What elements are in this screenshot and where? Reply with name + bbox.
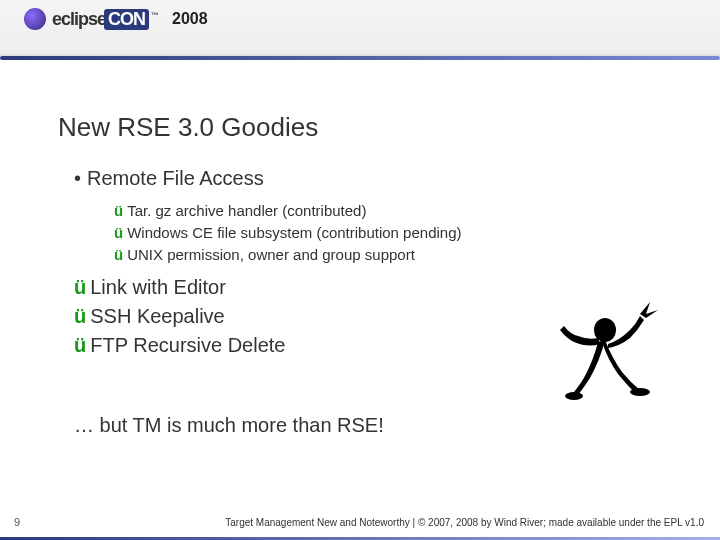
footer-text: Target Management New and Noteworthy | ©…	[225, 517, 704, 528]
page-number: 9	[14, 516, 20, 528]
sub-item-text: Tar. gz archive handler (contributed)	[127, 202, 366, 219]
feature-text: Link with Editor	[90, 276, 226, 298]
feature-text: SSH Keepalive	[90, 305, 225, 327]
logo-text: eclipseCON™	[52, 9, 158, 30]
logo-year: 2008	[172, 10, 208, 28]
eclipse-orb-icon	[24, 8, 46, 30]
sub-item: üTar. gz archive handler (contributed)	[114, 200, 688, 222]
stick-figure-icon	[550, 300, 660, 420]
logo-suffix: CON	[104, 9, 149, 30]
slide-title: New RSE 3.0 Goodies	[58, 112, 688, 143]
bullet-icon: •	[74, 167, 81, 189]
check-icon: ü	[74, 305, 86, 327]
check-icon: ü	[74, 276, 86, 298]
sub-item: üWindows CE file subsystem (contribution…	[114, 222, 688, 244]
sub-item: üUNIX permission, owner and group suppor…	[114, 244, 688, 266]
trademark-symbol: ™	[151, 11, 158, 20]
svg-point-1	[630, 388, 650, 396]
check-icon: ü	[114, 202, 123, 219]
feature-text: FTP Recursive Delete	[90, 334, 285, 356]
slide-header: eclipseCON™ 2008	[0, 0, 720, 56]
feature-item: üLink with Editor	[74, 273, 688, 302]
section-heading: •Remote File Access	[74, 167, 688, 190]
sub-item-text: Windows CE file subsystem (contribution …	[127, 224, 461, 241]
sub-item-text: UNIX permission, owner and group support	[127, 246, 415, 263]
check-icon: ü	[114, 246, 123, 263]
logo-prefix: eclipse	[52, 9, 106, 29]
conference-logo: eclipseCON™ 2008	[24, 8, 208, 30]
check-icon: ü	[74, 334, 86, 356]
svg-point-2	[565, 392, 583, 400]
check-icon: ü	[114, 224, 123, 241]
section-label: Remote File Access	[87, 167, 264, 189]
